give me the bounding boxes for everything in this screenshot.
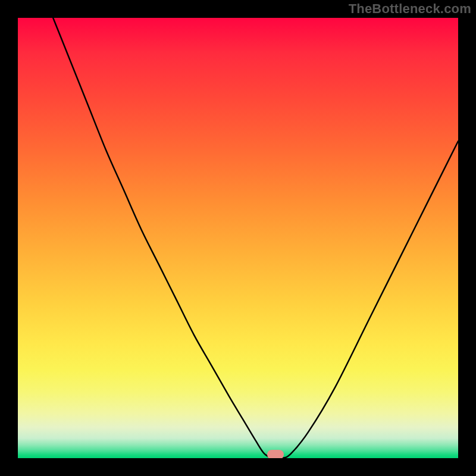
attribution-label: TheBottleneck.com xyxy=(349,1,471,17)
curve-svg xyxy=(18,18,458,458)
optimum-marker xyxy=(267,450,284,458)
chart-frame: TheBottleneck.com xyxy=(0,0,476,476)
plot-area xyxy=(18,18,458,458)
bottleneck-curve xyxy=(53,18,458,458)
